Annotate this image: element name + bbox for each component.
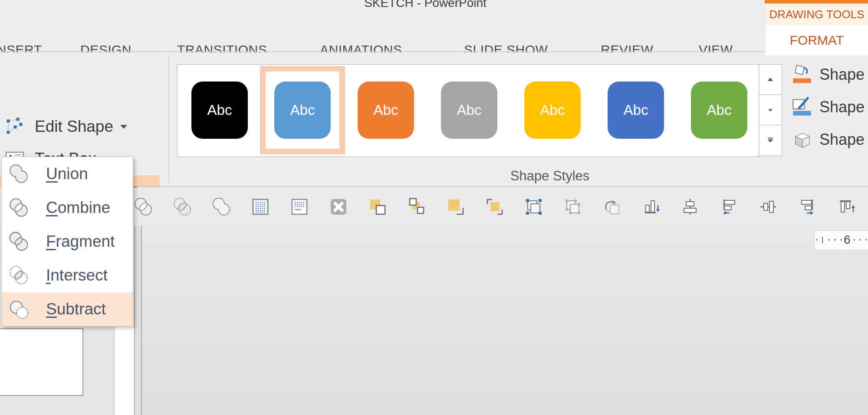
shape-effects-icon <box>791 128 813 151</box>
combine-icon <box>8 197 30 219</box>
ungroup-icon <box>562 196 583 217</box>
contextual-accent-bar <box>765 0 868 3</box>
gallery-down-icon <box>767 108 774 112</box>
shape-fill-icon <box>791 63 813 86</box>
shape-style-swatch-6[interactable]: Abc <box>608 82 664 139</box>
send-backward-icon <box>406 196 427 217</box>
group-icon <box>523 196 544 217</box>
group-separator <box>168 55 169 183</box>
edit-shape-icon <box>4 116 25 137</box>
ruler-number: 6 <box>844 233 851 247</box>
shape-style-swatch-1[interactable]: Abc <box>191 82 248 139</box>
fragment-icon <box>8 231 30 252</box>
menu-item-label: Fragment <box>46 232 115 251</box>
align-center-button[interactable] <box>678 195 702 219</box>
edit-shape-button[interactable]: Edit Shape <box>0 113 160 140</box>
grid-settings-button[interactable] <box>288 195 311 219</box>
tab-bar: INSERTDESIGNTRANSITIONSANIMATIONSSLIDE S… <box>0 13 868 52</box>
delete-x-icon <box>328 196 349 217</box>
bring-to-front-button[interactable] <box>444 195 467 219</box>
union-shapes-icon <box>211 196 232 217</box>
regroup-icon <box>602 196 622 217</box>
menu-item-label: Intersect <box>46 266 108 284</box>
menu-item-label: Combine <box>46 199 110 217</box>
align-left-button[interactable] <box>717 195 741 219</box>
regroup-button[interactable] <box>600 195 624 219</box>
shape-effects-button[interactable]: Shape Effects <box>791 128 868 151</box>
slide-thumbnail[interactable] <box>0 328 83 396</box>
shape-style-swatch-5[interactable]: Abc <box>524 82 581 139</box>
send-to-back-icon <box>484 196 505 217</box>
send-backward-button[interactable] <box>405 195 428 219</box>
ruler-tick <box>828 239 830 241</box>
merge-shapes-menu: UnionCombineFragmentIntersectSubtract <box>1 157 133 327</box>
shape-fill-button[interactable]: Shape Fill <box>791 63 868 86</box>
grid-dots-icon <box>250 196 271 217</box>
grid-dots-button[interactable] <box>249 195 272 219</box>
ruler-tick <box>822 237 823 243</box>
gallery-more-icon <box>766 137 775 144</box>
gallery-up-icon <box>766 77 775 82</box>
swatch-label: Abc <box>540 102 565 118</box>
group-button[interactable] <box>522 195 546 219</box>
menu-item-subtract[interactable]: Subtract <box>2 292 133 326</box>
shape-style-swatch-3[interactable]: Abc <box>358 82 414 139</box>
title-bar: SKETCH - PowerPoint <box>0 0 868 13</box>
align-right-button[interactable] <box>796 195 819 219</box>
shape-style-swatch-4[interactable]: Abc <box>441 82 497 139</box>
caret-down-icon <box>120 125 127 129</box>
contextual-tool-header: DRAWING TOOLS <box>765 3 868 25</box>
shape-style-swatch-7[interactable]: Abc <box>691 82 747 139</box>
send-to-back-button[interactable] <box>483 195 506 219</box>
union-icon <box>8 163 30 185</box>
align-top-icon <box>836 196 857 217</box>
delete-x-button[interactable] <box>327 195 350 219</box>
intersect-icon <box>8 265 30 286</box>
ruler-tick <box>865 239 867 241</box>
ruler-tick <box>853 239 855 241</box>
swatch-label: Abc <box>207 102 232 118</box>
menu-item-combine[interactable]: Combine <box>2 191 133 225</box>
bring-forward-button[interactable] <box>366 195 389 219</box>
gallery-scroll-down-button[interactable] <box>759 95 782 125</box>
gallery-scrollbar <box>759 64 782 156</box>
align-middle-button[interactable] <box>756 195 780 219</box>
shape-outline-label: Shape Outline <box>819 98 868 116</box>
gallery-more-button[interactable] <box>759 125 782 155</box>
combine-shapes-button[interactable] <box>132 195 155 219</box>
shape-style-swatch-2[interactable]: Abc <box>274 82 331 139</box>
edit-shape-label: Edit Shape <box>35 118 113 136</box>
tab-format[interactable]: FORMAT <box>765 25 868 56</box>
pane-splitter[interactable] <box>134 225 142 415</box>
menu-item-fragment[interactable]: Fragment <box>2 225 133 258</box>
align-center-icon <box>680 196 700 217</box>
ruler-tick <box>840 239 842 241</box>
bring-to-front-icon <box>445 196 466 217</box>
menu-item-intersect[interactable]: Intersect <box>2 258 133 292</box>
shape-styles-group-label: Shape Styles <box>477 168 622 184</box>
align-bottom-button[interactable] <box>639 195 663 219</box>
shape-fill-label: Shape Fill <box>819 65 868 84</box>
ruler-tick <box>859 239 861 241</box>
align-left-icon <box>719 196 740 217</box>
union-shapes-button[interactable] <box>210 195 233 219</box>
gallery-scroll-up-button[interactable] <box>759 65 782 95</box>
intersect-shapes-icon <box>172 196 193 217</box>
shape-outline-button[interactable]: Shape Outline <box>791 96 868 118</box>
ungroup-button[interactable] <box>561 195 585 219</box>
menu-item-union[interactable]: Union <box>2 157 133 191</box>
menu-item-label: Union <box>46 165 88 183</box>
combine-shapes-icon <box>133 196 154 217</box>
grid-settings-icon <box>289 196 310 217</box>
align-bottom-icon <box>641 196 661 217</box>
window-title: SKETCH - PowerPoint <box>304 0 547 10</box>
intersect-shapes-button[interactable] <box>171 195 194 219</box>
align-top-button[interactable] <box>835 195 858 219</box>
swatch-label: Abc <box>457 102 482 118</box>
shape-outline-icon <box>791 96 813 118</box>
swatch-label: Abc <box>374 102 398 118</box>
ruler-tick <box>816 239 818 241</box>
swatch-label: Abc <box>624 102 648 118</box>
shape-effects-label: Shape Effects <box>819 131 868 149</box>
ruler-tick <box>834 239 836 241</box>
